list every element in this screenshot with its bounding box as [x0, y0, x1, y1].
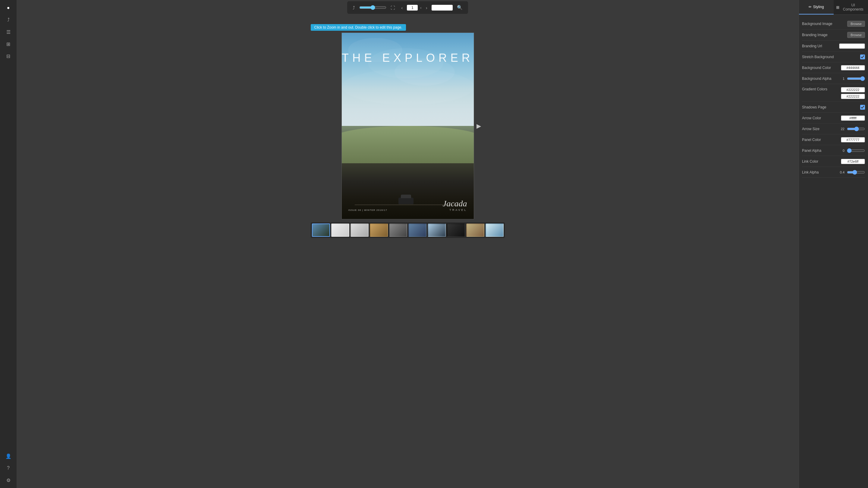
link-alpha-value: 0.4	[840, 170, 844, 174]
magazine-car	[398, 198, 413, 204]
prop-background-alpha: Background Alpha 1	[802, 73, 865, 84]
prop-panel-alpha: Panel Alpha 0	[802, 145, 865, 156]
value-background-image: Browse	[847, 21, 865, 27]
prop-page-shadows: Shadows Page	[802, 102, 865, 113]
label-page-shadows: Shadows Page	[802, 105, 860, 109]
background-alpha-value: 1	[843, 77, 844, 80]
tab-ui-components[interactable]: ▦ UI Components	[834, 0, 868, 14]
link-color-input[interactable]	[841, 159, 865, 164]
sidebar-icon-layers[interactable]: ☰	[3, 27, 14, 37]
thumbnail-3[interactable]	[350, 224, 369, 237]
value-branding-url	[839, 43, 865, 49]
panel-alpha-slider[interactable]	[847, 148, 865, 153]
left-sidebar: ● ⤴ ☰ ⊞ ⊟ 👤 ? ⚙	[0, 0, 17, 488]
canvas-area[interactable]: Click to Zoom in and out. Double click t…	[17, 15, 799, 488]
label-gradient-colors: Gradient Colors	[802, 87, 841, 91]
magazine-issue: ISSUE 06 | WINTER 2016/17	[348, 209, 387, 212]
value-background-alpha: 1	[843, 76, 865, 81]
search-button[interactable]: 🔍	[455, 4, 464, 11]
branding-url-input[interactable]	[839, 43, 865, 49]
prop-background-image: Background Image Browse	[802, 19, 865, 30]
prop-link-alpha: Link Alpha 0.4	[802, 167, 865, 178]
label-panel-color: Panel Color	[802, 138, 841, 142]
value-background-color	[841, 65, 865, 70]
label-arrow-color: Arrow Color	[802, 116, 841, 120]
toolbar: ⤴ ⛶ ‹ ‹ › 🔍	[17, 0, 799, 15]
arrow-color-input[interactable]	[841, 116, 865, 121]
gradient-color-2-input[interactable]	[841, 94, 865, 99]
zoom-slider[interactable]	[359, 5, 386, 10]
sidebar-icon-user[interactable]: 👤	[3, 451, 14, 461]
page-number-input[interactable]	[407, 5, 418, 10]
prop-background-color: Background Color	[802, 62, 865, 73]
viewer-wrapper: Click to Zoom in and out. Double click t…	[311, 24, 505, 238]
sidebar-icon-help[interactable]: ?	[3, 463, 14, 474]
prop-branding-url: Branding Url	[802, 41, 865, 52]
magazine-page[interactable]: THE EXPLORER Jacada TRAVEL ISSUE 06 | WI…	[341, 33, 474, 219]
thumbnail-1[interactable]	[312, 224, 330, 237]
thumbnail-8[interactable]	[447, 224, 465, 237]
label-link-alpha: Link Alpha	[802, 170, 840, 174]
next-page-button[interactable]: ›	[424, 4, 429, 11]
label-branding-url: Branding Url	[802, 44, 839, 48]
thumbnail-5[interactable]	[389, 224, 407, 237]
value-panel-alpha: 0	[843, 148, 865, 153]
prop-branding-image: Branding Image Browse	[802, 30, 865, 41]
toolbar-center: ⤴ ⛶ ‹ ‹ › 🔍	[347, 1, 468, 14]
thumbnail-7[interactable]	[428, 224, 446, 237]
sidebar-icon-settings[interactable]: ⚙	[3, 475, 14, 486]
sidebar-icon-share[interactable]: ⤴	[3, 14, 14, 25]
magazine-hill	[341, 126, 474, 163]
background-color-input[interactable]	[841, 65, 865, 70]
prop-stretch-background: Stretch Background	[802, 52, 865, 62]
tab-ui-label: UI Components	[841, 3, 866, 11]
label-background-alpha: Background Alpha	[802, 76, 843, 81]
label-panel-alpha: Panel Alpha	[802, 149, 843, 153]
search-input[interactable]	[432, 5, 453, 10]
background-alpha-slider[interactable]	[847, 76, 865, 81]
magazine-title: THE EXPLORER	[342, 52, 474, 64]
thumbnail-6[interactable]	[408, 224, 427, 237]
stretch-background-checkbox[interactable]	[860, 55, 865, 59]
value-arrow-size: 22	[841, 127, 865, 131]
thumbnail-9[interactable]	[466, 224, 484, 237]
browse-branding-image-button[interactable]: Browse	[847, 32, 865, 38]
magazine-container[interactable]: THE EXPLORER Jacada TRAVEL ISSUE 06 | WI…	[341, 33, 474, 219]
share-button[interactable]: ⤴	[351, 4, 357, 11]
arrow-size-slider[interactable]	[847, 127, 865, 131]
tab-styling[interactable]: ✏ Styling	[799, 0, 834, 14]
sidebar-icon-grid[interactable]: ⊞	[3, 38, 14, 50]
prev-page-button[interactable]: ‹	[399, 4, 404, 11]
prop-arrow-color: Arrow Color	[802, 113, 865, 124]
right-panel: ✏ Styling ▦ UI Components Background Ima…	[799, 0, 868, 488]
browse-background-image-button[interactable]: Browse	[847, 21, 865, 27]
magazine-brand: Jacada TRAVEL	[443, 199, 467, 212]
value-branding-image: Browse	[847, 32, 865, 38]
magazine-sky	[342, 33, 474, 135]
magazine-brand-sub: TRAVEL	[443, 208, 467, 212]
sidebar-icon-logo[interactable]: ●	[3, 2, 14, 13]
prop-link-color: Link Color	[802, 156, 865, 167]
page-shadows-checkbox[interactable]	[860, 105, 865, 110]
value-link-color	[841, 159, 865, 164]
gradient-color-1-input[interactable]	[841, 87, 865, 93]
label-stretch-background: Stretch Background	[802, 55, 860, 59]
sidebar-icon-data[interactable]: ⊟	[3, 51, 14, 61]
gradient-colors-inputs	[841, 87, 865, 99]
value-link-alpha: 0.4	[840, 170, 865, 175]
zoom-hint: Click to Zoom in and out. Double click t…	[311, 24, 406, 31]
label-background-image: Background Image	[802, 22, 847, 26]
link-alpha-slider[interactable]	[847, 170, 865, 175]
value-gradient-colors	[841, 87, 865, 99]
panel-color-input[interactable]	[841, 137, 865, 142]
value-stretch-background	[860, 55, 865, 59]
thumbnail-2[interactable]	[331, 224, 349, 237]
thumbnail-4[interactable]	[370, 224, 388, 237]
page-separator: ‹	[420, 5, 421, 10]
thumbnail-strip	[311, 222, 505, 238]
fullscreen-button[interactable]: ⛶	[389, 4, 397, 11]
value-arrow-color	[841, 116, 865, 121]
panel-tabs: ✏ Styling ▦ UI Components	[799, 0, 868, 15]
thumbnail-10[interactable]	[486, 224, 504, 237]
nav-arrow-right[interactable]: ▶	[475, 122, 483, 130]
